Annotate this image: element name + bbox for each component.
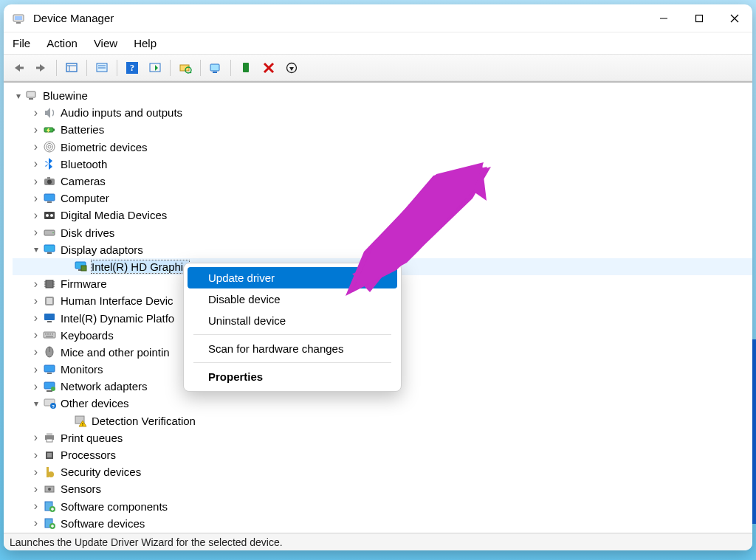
menu-file[interactable]: File	[13, 37, 30, 49]
svg-rect-22	[213, 72, 217, 73]
tree-node-label: Print queues	[61, 432, 123, 444]
ctx-scan-for-hardware-changes[interactable]: Scan for hardware changes	[188, 338, 397, 359]
properties-button[interactable]	[92, 58, 112, 77]
tree-node[interactable]: Computer	[13, 190, 752, 207]
help-button[interactable]: ?	[122, 58, 142, 77]
sensor-icon	[43, 483, 56, 496]
svg-rect-64	[52, 333, 53, 335]
menu-view[interactable]: View	[94, 37, 117, 49]
expand-toggle[interactable]	[30, 518, 41, 529]
svg-rect-37	[44, 194, 55, 201]
tree-node-label: Batteries	[61, 123, 104, 136]
ctx-uninstall-device[interactable]: Uninstall device	[188, 310, 397, 331]
other-icon: ?	[43, 397, 56, 410]
expand-toggle[interactable]	[30, 449, 41, 460]
tree-node[interactable]: Audio inputs and outputs	[13, 104, 752, 121]
close-button[interactable]	[717, 4, 752, 32]
enable-device-button[interactable]	[236, 58, 256, 77]
audio-icon	[43, 106, 56, 120]
toolbar: ?	[4, 55, 752, 81]
expand-toggle[interactable]	[30, 313, 41, 324]
tree-node-label: Disk drives	[61, 227, 114, 239]
tree-node-label: Firmware	[61, 277, 107, 290]
printer-icon	[43, 431, 56, 444]
context-menu-separator	[193, 362, 391, 363]
update-driver-button[interactable]	[205, 58, 226, 77]
monitor-icon	[43, 363, 56, 376]
expand-toggle[interactable]	[30, 364, 41, 375]
tree-node[interactable]: Software devices	[13, 515, 752, 532]
tree-node[interactable]: Digital Media Devices	[13, 207, 752, 224]
menu-help[interactable]: Help	[134, 37, 157, 49]
tree-node[interactable]: Display adaptors	[13, 241, 752, 258]
disable-device-button[interactable]	[281, 58, 302, 77]
expand-toggle[interactable]	[30, 330, 41, 341]
expand-toggle[interactable]	[30, 398, 41, 409]
warn-icon: !	[74, 414, 87, 427]
svg-rect-36	[47, 177, 50, 179]
uninstall-device-button[interactable]	[258, 58, 279, 77]
tree-node[interactable]: Security devices	[13, 463, 752, 480]
svg-rect-49	[46, 280, 53, 288]
tree-node-label: Mice and other pointin	[61, 346, 170, 359]
expand-toggle[interactable]	[30, 227, 41, 238]
tree-node-label: Other devices	[61, 397, 129, 409]
expand-toggle[interactable]	[30, 295, 41, 306]
expand-toggle[interactable]	[30, 432, 41, 443]
svg-rect-1	[15, 16, 22, 20]
menu-action[interactable]: Action	[47, 37, 78, 49]
expand-toggle[interactable]	[30, 176, 41, 187]
tree-node[interactable]: Batteries	[13, 121, 752, 138]
expand-toggle[interactable]	[30, 244, 41, 255]
action-button[interactable]	[145, 58, 165, 77]
tree-node-label: Bluetooth	[61, 158, 107, 170]
expand-toggle[interactable]	[30, 159, 41, 170]
svg-rect-78	[47, 433, 52, 435]
tree-node[interactable]: Cameras	[13, 173, 752, 190]
back-button[interactable]	[8, 58, 29, 77]
svg-text:?: ?	[52, 404, 55, 409]
tree-node[interactable]: Print queues	[13, 429, 752, 446]
ctx-update-driver[interactable]: Update driver	[188, 267, 397, 288]
ctx-disable-device[interactable]: Disable device	[188, 288, 397, 310]
scan-hardware-button[interactable]	[175, 58, 196, 77]
tree-node[interactable]: Processors	[13, 446, 752, 463]
tree-node[interactable]: Bluetooth	[13, 156, 752, 173]
expand-toggle[interactable]	[30, 107, 41, 118]
expand-toggle[interactable]	[30, 501, 41, 512]
tree-root[interactable]: Bluewine	[13, 87, 752, 104]
expand-toggle[interactable]	[30, 381, 41, 392]
expand-toggle[interactable]	[13, 90, 24, 101]
software-icon	[43, 516, 56, 530]
tree-node[interactable]: Biometric devices	[13, 139, 752, 156]
maximize-button[interactable]	[681, 4, 717, 32]
svg-rect-30	[53, 128, 55, 131]
forward-button[interactable]	[31, 58, 52, 77]
minimize-button[interactable]	[646, 4, 681, 32]
expand-toggle[interactable]	[30, 278, 41, 289]
svg-rect-28	[29, 98, 33, 100]
svg-text:?: ?	[130, 63, 134, 73]
svg-rect-18	[180, 65, 189, 71]
expand-toggle[interactable]	[30, 347, 41, 358]
expand-toggle[interactable]	[30, 142, 41, 153]
tree-node[interactable]: ? Other devices	[13, 395, 752, 412]
expand-toggle[interactable]	[30, 483, 41, 494]
tree-node-child[interactable]: ! Detection Verification	[13, 412, 752, 429]
svg-rect-61	[45, 333, 47, 335]
display-chip-icon	[74, 260, 87, 273]
statusbar: Launches the Update Driver Wizard for th…	[4, 533, 752, 550]
expand-toggle[interactable]	[30, 210, 41, 221]
expand-toggle[interactable]	[30, 193, 41, 204]
tree-node[interactable]: Sensors	[13, 480, 752, 497]
ctx-properties[interactable]: Properties	[188, 366, 397, 387]
network-icon	[43, 380, 56, 393]
show-hidden-button[interactable]	[61, 58, 82, 77]
tree-node-label: Audio inputs and outputs	[61, 106, 182, 119]
expand-toggle[interactable]	[30, 124, 41, 135]
svg-rect-7	[19, 66, 24, 69]
tree-node[interactable]: Disk drives	[13, 224, 752, 241]
expand-toggle[interactable]	[30, 466, 41, 477]
svg-rect-4	[696, 15, 703, 21]
tree-node[interactable]: Software components	[13, 498, 752, 515]
